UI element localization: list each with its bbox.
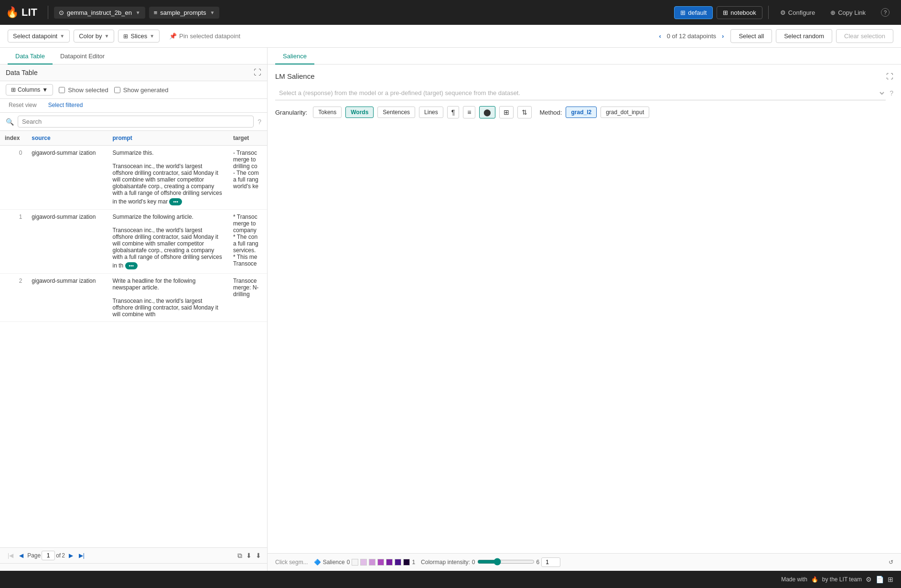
intensity-value-input[interactable] bbox=[541, 557, 560, 567]
next-datapoint-button[interactable]: › bbox=[719, 31, 727, 42]
copy-link-button[interactable]: ⊕ Copy Link bbox=[825, 7, 871, 19]
prev-datapoint-button[interactable]: ‹ bbox=[656, 31, 664, 42]
data-table-panel: Data Table ⛶ ⊞ Columns ▼ Show selected S… bbox=[0, 64, 267, 571]
gran-circle-button[interactable]: ⬤ bbox=[479, 106, 495, 118]
show-selected-label[interactable]: Show selected bbox=[59, 86, 108, 94]
cell-target-1: * Transocmerge tocompany* The cona full … bbox=[228, 210, 267, 274]
page-input[interactable] bbox=[42, 551, 55, 560]
left-panel: Data Table Datapoint Editor Data Table ⛶… bbox=[0, 48, 268, 571]
footer-flame-icon: 🔥 bbox=[811, 576, 818, 583]
response-selector[interactable]: Select a (response) from the model or a … bbox=[275, 86, 886, 100]
right-tabs-bar: Salience bbox=[268, 48, 901, 64]
nav-divider-2 bbox=[768, 6, 769, 19]
data-table-header: Data Table ⛶ bbox=[0, 64, 267, 81]
select-datapoint-button[interactable]: Select datapoint ▼ bbox=[8, 30, 70, 43]
of-label: of bbox=[56, 552, 61, 559]
tab-data-table[interactable]: Data Table bbox=[8, 48, 53, 64]
gran-lines-button[interactable]: Lines bbox=[419, 107, 443, 118]
gran-words-button[interactable]: Words bbox=[345, 107, 374, 118]
datapoint-navigation: ‹ 0 of 12 datapoints › bbox=[656, 31, 727, 42]
colormap-max-label: 6 bbox=[536, 559, 540, 566]
cell-target-2: Transocemerge: N-drilling bbox=[228, 274, 267, 322]
show-generated-checkbox[interactable] bbox=[114, 87, 120, 93]
next-page-button[interactable]: ▶ bbox=[67, 551, 75, 560]
dataset-selector[interactable]: ≡ sample_prompts ▼ bbox=[149, 7, 220, 19]
footer-file-icon[interactable]: 📄 bbox=[876, 576, 884, 583]
select-random-button[interactable]: Select random bbox=[776, 29, 832, 43]
left-tabs-bar: Data Table Datapoint Editor bbox=[0, 48, 267, 64]
horizontal-scrollbar[interactable] bbox=[0, 563, 267, 571]
table-row[interactable]: 2 gigaword-summar ization Write a headli… bbox=[0, 274, 267, 322]
col-header-index: index bbox=[0, 131, 27, 146]
gran-pilcrow-button[interactable]: ¶ bbox=[447, 106, 460, 118]
col-header-source[interactable]: source bbox=[27, 131, 107, 146]
columns-button[interactable]: ⊞ Columns ▼ bbox=[6, 84, 53, 96]
select-datapoint-caret-icon: ▼ bbox=[60, 33, 64, 39]
col-header-prompt[interactable]: prompt bbox=[107, 131, 228, 146]
download-table-icon[interactable]: ⬇ bbox=[246, 552, 252, 560]
gran-sentences-button[interactable]: Sentences bbox=[377, 107, 415, 118]
search-input[interactable] bbox=[18, 116, 254, 128]
dataset-label: sample_prompts bbox=[160, 9, 206, 16]
layout-notebook-button[interactable]: ⊞ notebook bbox=[717, 6, 762, 19]
slices-button[interactable]: ⊞ Slices ▼ bbox=[118, 30, 160, 43]
expand-row-0-button[interactable]: ••• bbox=[169, 198, 182, 205]
configure-button[interactable]: ⚙ Configure bbox=[774, 7, 821, 19]
colormap-control: Colormap intensity: 0 6 bbox=[421, 557, 560, 567]
footer-grid-icon[interactable]: ⊞ bbox=[888, 576, 893, 583]
layout-default-button[interactable]: ⊞ default bbox=[674, 6, 713, 19]
pin-label: Pin selected datapoint bbox=[179, 32, 240, 40]
copy-table-icon[interactable]: ⧉ bbox=[237, 552, 242, 560]
show-generated-label[interactable]: Show generated bbox=[114, 86, 169, 94]
scroll-down-icon[interactable]: ⬇ bbox=[256, 552, 261, 560]
select-filtered-button[interactable]: Select filtered bbox=[45, 101, 86, 109]
dataset-icon: ≡ bbox=[154, 9, 158, 16]
salience-help-icon[interactable]: ? bbox=[890, 89, 893, 97]
pin-datapoint-button[interactable]: 📌 Pin selected datapoint bbox=[163, 30, 246, 42]
sal-color-box-3 bbox=[377, 559, 384, 566]
data-table-title: Data Table bbox=[6, 69, 254, 76]
clear-selection-button[interactable]: Clear selection bbox=[836, 29, 893, 43]
show-selected-checkbox[interactable] bbox=[59, 87, 65, 93]
gran-settings-button[interactable]: ⇅ bbox=[517, 106, 532, 118]
help-button[interactable]: ? bbox=[875, 6, 895, 19]
footer-settings-icon[interactable]: ⚙ bbox=[866, 576, 872, 583]
sal-color-box-1 bbox=[360, 559, 367, 566]
gran-tokens-button[interactable]: Tokens bbox=[313, 107, 342, 118]
footer: Made with 🔥 by the LIT team ⚙ 📄 ⊞ bbox=[0, 571, 901, 588]
sal-color-box-6 bbox=[403, 559, 410, 566]
data-table-container[interactable]: index source prompt target 0 gigaword-su… bbox=[0, 131, 267, 547]
last-page-button[interactable]: ▶| bbox=[77, 551, 86, 560]
method-grad-dot-input-button[interactable]: grad_dot_input bbox=[601, 107, 649, 118]
prev-page-button[interactable]: ◀ bbox=[17, 551, 25, 560]
tab-datapoint-editor[interactable]: Datapoint Editor bbox=[53, 48, 112, 64]
colormap-intensity-slider[interactable] bbox=[477, 558, 535, 566]
model-selector[interactable]: ⊙ gemma_instruct_2b_en ▼ bbox=[54, 7, 145, 19]
col-header-target: target bbox=[228, 131, 267, 146]
model-caret-icon: ▼ bbox=[136, 10, 140, 15]
table-row[interactable]: 1 gigaword-summar ization Summarize the … bbox=[0, 210, 267, 274]
search-help-icon[interactable]: ? bbox=[257, 118, 261, 126]
reset-view-button[interactable]: Reset view bbox=[6, 101, 40, 109]
expand-row-1-button[interactable]: ••• bbox=[125, 262, 138, 269]
expand-icon[interactable]: ⛶ bbox=[254, 68, 261, 77]
table-row[interactable]: 0 gigaword-summar ization Summarize this… bbox=[0, 146, 267, 210]
refresh-icon[interactable]: ↺ bbox=[889, 559, 893, 566]
salience-legend-icon: 🔷 bbox=[314, 559, 321, 566]
tab-salience[interactable]: Salience bbox=[275, 48, 314, 64]
gran-list-button[interactable]: ≡ bbox=[463, 106, 475, 118]
model-icon: ⊙ bbox=[59, 9, 64, 16]
page-label: Page bbox=[27, 552, 41, 559]
colormap-slider-container bbox=[477, 558, 535, 567]
right-panel: Salience LM Salience ⛶ Select a (respons… bbox=[268, 48, 901, 571]
first-page-button[interactable]: |◀ bbox=[6, 551, 15, 560]
color-by-button[interactable]: Color by ▼ bbox=[74, 30, 114, 43]
search-icon: 🔍 bbox=[6, 118, 14, 126]
color-by-caret-icon: ▼ bbox=[105, 33, 109, 39]
section-title-text: LM Salience bbox=[275, 72, 315, 80]
gran-grid-button[interactable]: ⊞ bbox=[499, 106, 514, 118]
method-grad-l2-button[interactable]: grad_l2 bbox=[566, 107, 597, 118]
select-all-button[interactable]: Select all bbox=[730, 29, 772, 43]
section-expand-icon[interactable]: ⛶ bbox=[886, 72, 893, 80]
cell-index-0: 0 bbox=[0, 146, 27, 210]
